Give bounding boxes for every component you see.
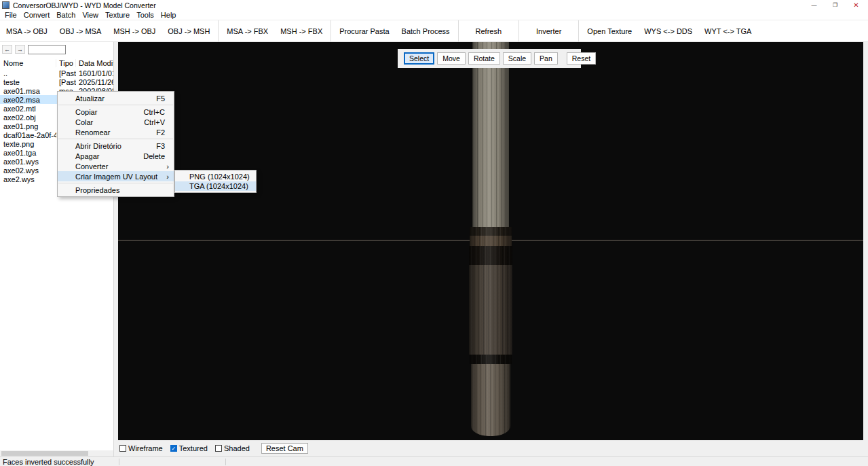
select-tool-button[interactable]: Select	[404, 52, 434, 65]
shortcut-label: F5	[156, 94, 165, 103]
context-menu-atualizar[interactable]: Atualizar F5	[58, 93, 174, 103]
back-button[interactable]: ←	[2, 45, 12, 54]
menu-item-label: Renomear	[75, 128, 110, 137]
file-row[interactable]: teste [Pasta] 2025/11/26 0...	[0, 77, 113, 86]
toolbar-msa-fbx-button[interactable]: MSA -> FBX	[221, 27, 274, 35]
minimize-button[interactable]: —	[804, 0, 825, 10]
context-menu-converter[interactable]: Converter ›	[58, 161, 174, 171]
menu-batch[interactable]: Batch	[53, 11, 79, 19]
forward-button[interactable]: →	[15, 45, 25, 54]
pan-tool-button[interactable]: Pan	[534, 52, 558, 65]
reset-cam-button[interactable]: Reset Cam	[261, 443, 308, 454]
file-row[interactable]: .. [Pasta] 1601/01/01 0...	[0, 69, 113, 77]
procurar-pasta-button[interactable]: Procurar Pasta	[333, 27, 395, 35]
titlebar: ConversorOBJ/WYD - WYD Model Converter —…	[0, 0, 868, 10]
menu-separator	[58, 105, 173, 105]
viewport-toolbar: Select Move Rotate Scale Pan Reset	[398, 49, 581, 68]
menu-separator	[58, 183, 173, 183]
maximize-button[interactable]: ❐	[825, 0, 846, 10]
column-header-data-modific[interactable]: Data Modific	[76, 59, 113, 67]
file-name: texte.png	[0, 140, 56, 148]
menu-view[interactable]: View	[79, 11, 102, 19]
column-header-nome[interactable]: Nome	[0, 59, 56, 67]
app-icon	[2, 1, 10, 9]
context-menu-colar[interactable]: Colar Ctrl+V	[58, 117, 174, 127]
menu-tools[interactable]: Tools	[133, 11, 157, 19]
shaded-checkbox[interactable]: Shaded	[215, 444, 250, 452]
menu-item-label: Copiar	[75, 108, 97, 116]
checkbox-checked-icon: ✓	[170, 445, 177, 452]
model-segment	[472, 42, 509, 227]
menu-item-label: Abrir Diretório	[75, 142, 121, 150]
file-name: axe01.msa	[0, 87, 56, 95]
context-menu-propriedades[interactable]: Propriedades	[58, 185, 174, 195]
rotate-tool-button[interactable]: Rotate	[468, 52, 500, 65]
wireframe-checkbox[interactable]: Wireframe	[119, 444, 163, 452]
shaded-label: Shaded	[224, 444, 250, 452]
file-name: axe02.wys	[0, 166, 56, 175]
batch-process-button[interactable]: Batch Process	[396, 27, 456, 35]
column-header-tipo-label: Tipo	[59, 59, 73, 67]
textured-checkbox[interactable]: ✓ Textured	[170, 444, 208, 452]
submenu-png-1024[interactable]: PNG (1024x1024)	[175, 172, 256, 181]
file-date: 2025/11/26 0...	[76, 78, 113, 86]
window-controls: — ❐ ✕	[804, 0, 867, 10]
toolbar-separator	[331, 20, 331, 41]
inverter-button[interactable]: Inverter	[521, 27, 576, 35]
statusbar-divider	[119, 459, 119, 465]
menu-texture[interactable]: Texture	[102, 11, 133, 19]
shortcut-label: Delete	[143, 152, 165, 160]
menu-help[interactable]: Help	[157, 11, 180, 19]
back-arrow-icon: ←	[4, 46, 10, 53]
menu-convert[interactable]: Convert	[20, 11, 54, 19]
toolbar-obj-msa-button[interactable]: OBJ -> MSA	[54, 27, 107, 35]
shortcut-label: Ctrl+C	[144, 108, 165, 116]
file-name: teste	[0, 78, 56, 86]
filter-input[interactable]	[28, 45, 66, 54]
move-tool-button[interactable]: Move	[437, 52, 466, 65]
file-panel-nav: ← →	[0, 42, 113, 56]
context-menu-copiar[interactable]: Copiar Ctrl+C	[58, 107, 174, 117]
open-texture-button[interactable]: Open Texture	[581, 27, 638, 35]
model-segment	[470, 236, 512, 246]
toolbar-obj-msh-button[interactable]: OBJ -> MSH	[162, 27, 216, 35]
model-segment	[469, 265, 512, 355]
refresh-button[interactable]: Refresh	[461, 27, 517, 35]
model-segment	[470, 227, 512, 236]
viewport-3d[interactable]: Select Move Rotate Scale Pan Reset	[118, 42, 863, 440]
menu-item-label: Propriedades	[75, 186, 119, 194]
menu-item-label: Converter	[75, 162, 108, 171]
context-menu-abrir-diretorio[interactable]: Abrir Diretório F3	[58, 141, 174, 151]
file-name: ..	[0, 69, 56, 77]
file-date: 1601/01/01 0...	[76, 69, 113, 77]
toolbar-msa-obj-button[interactable]: MSA -> OBJ	[0, 27, 54, 35]
context-menu-apagar[interactable]: Apagar Delete	[58, 151, 174, 161]
submenu-tga-1024[interactable]: TGA (1024x1024)	[175, 181, 256, 191]
model-segment	[469, 246, 512, 265]
submenu-arrow-icon: ›	[166, 173, 169, 181]
toolbar-msh-obj-button[interactable]: MSH -> OBJ	[107, 27, 162, 35]
uv-layout-submenu: PNG (1024x1024) TGA (1024x1024)	[174, 170, 257, 193]
scrollbar-thumb[interactable]	[1, 451, 88, 456]
menu-item-label: Criar Imagem UV Layout	[75, 173, 157, 181]
close-button[interactable]: ✕	[846, 0, 867, 10]
menu-file[interactable]: File	[1, 11, 20, 19]
column-header-tipo[interactable]: ^ Tipo	[56, 59, 76, 67]
model-segment	[471, 364, 510, 436]
context-menu-criar-imagem-uv-layout[interactable]: Criar Imagem UV Layout ›	[58, 171, 174, 181]
reset-tool-button[interactable]: Reset	[567, 52, 596, 65]
file-name: axe01.png	[0, 122, 56, 130]
menu-item-label: TGA (1024x1024)	[189, 182, 248, 190]
file-name: dcaf01ae-2a0f-438...	[0, 131, 56, 139]
wyt-tga-button[interactable]: WYT <-> TGA	[698, 27, 757, 35]
wys-dds-button[interactable]: WYS <-> DDS	[638, 27, 698, 35]
statusbar-divider	[225, 459, 226, 465]
context-menu-renomear[interactable]: Renomear F2	[58, 127, 174, 137]
horizontal-scrollbar[interactable]	[0, 450, 113, 456]
shortcut-label: F3	[156, 142, 165, 150]
forward-arrow-icon: →	[17, 46, 23, 53]
toolbar-msh-fbx-button[interactable]: MSH -> FBX	[274, 27, 328, 35]
context-menu: Atualizar F5 Copiar Ctrl+C Colar Ctrl+V …	[57, 91, 174, 197]
scale-tool-button[interactable]: Scale	[503, 52, 531, 65]
axe-handle-model[interactable]	[468, 42, 513, 436]
